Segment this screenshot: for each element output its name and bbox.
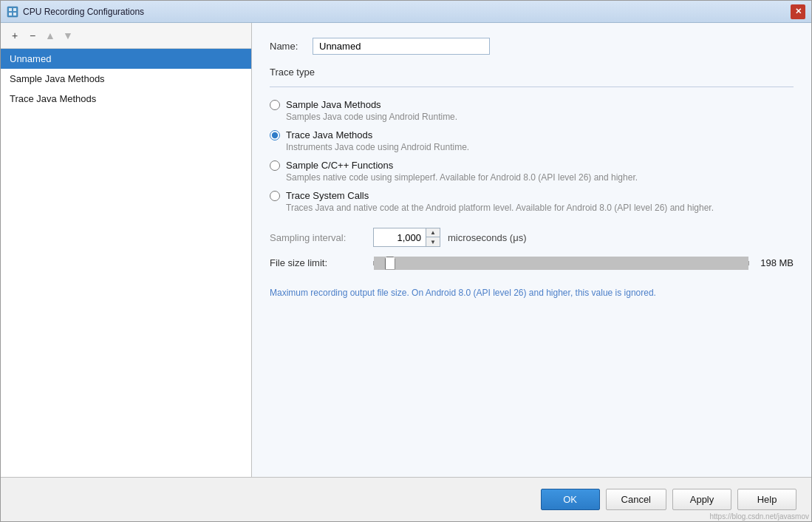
move-down-button[interactable]: ▼ [60, 27, 76, 44]
sampling-unit: microseconds (μs) [448, 232, 526, 243]
move-up-button[interactable]: ▲ [42, 27, 58, 44]
divider [270, 87, 794, 87]
svg-rect-4 [13, 13, 16, 16]
radio-label-sample-cpp[interactable]: Sample C/C++ Functions [286, 160, 393, 171]
remove-button[interactable]: − [24, 27, 41, 44]
radio-label-trace-system[interactable]: Trace System Calls [286, 190, 369, 201]
number-input-container: ▲ ▼ [373, 228, 440, 247]
configuration-list: Unnamed Sample Java Methods Trace Java M… [1, 49, 251, 477]
radio-row: Trace Java Methods [270, 129, 794, 140]
spinner-up[interactable]: ▲ [426, 228, 440, 237]
help-button[interactable]: Help [737, 489, 796, 510]
radio-option-trace-java: Trace Java Methods Instruments Java code… [270, 129, 794, 152]
slider-container [373, 261, 749, 265]
bottom-bar: OK Cancel Apply Help https://blog.csdn.n… [1, 477, 811, 521]
name-row: Name: [270, 38, 794, 55]
window-icon [7, 6, 18, 18]
cancel-button[interactable]: Cancel [606, 489, 666, 510]
titlebar: CPU Recording Configurations ✕ [1, 1, 811, 23]
radio-row: Sample Java Methods [270, 99, 794, 110]
list-item[interactable]: Sample Java Methods [1, 69, 251, 89]
window-title: CPU Recording Configurations [23, 7, 791, 17]
radio-group: Sample Java Methods Samples Java code us… [270, 99, 794, 213]
file-size-label: File size limit: [270, 257, 366, 268]
svg-rect-1 [9, 8, 12, 11]
radio-trace-java[interactable] [270, 130, 280, 140]
svg-rect-3 [9, 13, 12, 16]
list-item[interactable]: Unnamed [1, 49, 251, 69]
spinner-buttons: ▲ ▼ [426, 228, 440, 246]
radio-desc-sample-cpp: Samples native code using simpleperf. Av… [286, 172, 794, 183]
spinner-down[interactable]: ▼ [426, 237, 440, 246]
window: CPU Recording Configurations ✕ + − ▲ ▼ U… [0, 0, 812, 522]
name-input[interactable] [313, 38, 490, 55]
trace-type-label: Trace type [270, 67, 794, 78]
file-size-slider[interactable] [373, 261, 749, 265]
radio-row: Trace System Calls [270, 190, 794, 201]
list-item[interactable]: Trace Java Methods [1, 89, 251, 109]
left-panel: + − ▲ ▼ Unnamed Sample Java Methods Trac… [1, 23, 252, 477]
radio-trace-system[interactable] [270, 191, 280, 201]
content-area: + − ▲ ▼ Unnamed Sample Java Methods Trac… [1, 23, 811, 477]
right-panel: Name: Trace type Sample Java Methods Sam… [252, 23, 811, 477]
sampling-interval-row: Sampling interval: ▲ ▼ microseconds (μs) [270, 228, 794, 247]
radio-option-sample-cpp: Sample C/C++ Functions Samples native co… [270, 160, 794, 183]
name-label: Name: [270, 41, 307, 52]
add-button[interactable]: + [7, 27, 23, 44]
watermark: https://blog.csdn.net/javasmov [709, 512, 809, 521]
ok-button[interactable]: OK [541, 489, 600, 510]
radio-desc-sample-java: Samples Java code using Android Runtime. [286, 112, 794, 122]
radio-label-sample-java[interactable]: Sample Java Methods [286, 99, 381, 110]
svg-rect-2 [13, 8, 16, 11]
file-size-value: 198 MB [757, 257, 794, 268]
radio-option-trace-system: Trace System Calls Traces Java and nativ… [270, 190, 794, 213]
sampling-interval-label: Sampling interval: [270, 232, 366, 243]
radio-sample-cpp[interactable] [270, 160, 280, 171]
info-text: Maximum recording output file size. On A… [270, 286, 794, 299]
sampling-interval-input[interactable] [374, 228, 426, 246]
radio-desc-trace-java: Instruments Java code using Android Runt… [286, 142, 794, 152]
apply-button[interactable]: Apply [672, 489, 731, 510]
radio-option-sample-java: Sample Java Methods Samples Java code us… [270, 99, 794, 122]
radio-label-trace-java[interactable]: Trace Java Methods [286, 129, 372, 140]
radio-sample-java[interactable] [270, 100, 280, 110]
toolbar: + − ▲ ▼ [1, 23, 251, 49]
radio-desc-trace-system: Traces Java and native code at the Andro… [286, 203, 794, 213]
close-button[interactable]: ✕ [791, 4, 805, 19]
file-size-row: File size limit: 198 MB [270, 257, 794, 268]
radio-row: Sample C/C++ Functions [270, 160, 794, 171]
